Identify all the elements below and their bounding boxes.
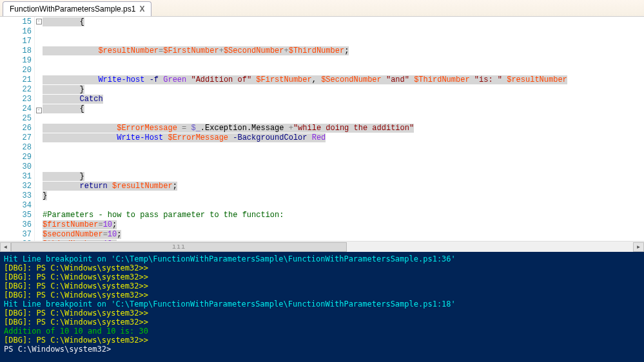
console-line: Addition of 10 10 and 10 is: 30 [4,327,640,336]
line-number: 27 [0,133,32,143]
line-number: 34 [0,201,32,211]
line-number: 23 [0,95,32,104]
console-line: [DBG]: PS C:\Windows\system32>> [4,272,640,281]
debug-console[interactable]: Hit Line breakpoint on 'C:\Temp\Function… [0,252,644,362]
scroll-track[interactable]: ııı [11,242,633,252]
code-line[interactable] [43,143,644,153]
line-number: 16 [0,27,32,37]
code-line[interactable]: Catch [43,95,644,104]
line-number: 22 [0,85,32,95]
fold-toggle-icon[interactable]: - [36,108,42,113]
line-number: 19 [0,56,32,66]
line-number: 18 [0,46,32,56]
line-number: 33 [0,191,32,201]
line-number: 25 [0,114,32,124]
line-number: 26 [0,124,32,133]
scroll-right-icon[interactable]: ► [633,242,644,252]
console-line: [DBG]: PS C:\Windows\system32>> [4,318,640,327]
horizontal-scrollbar[interactable]: ◄ ııı ► [0,241,644,252]
fold-column: -- [35,17,43,241]
line-number: 30 [0,162,32,172]
console-line: [DBG]: PS C:\Windows\system32>> [4,281,640,291]
line-number: 31 [0,172,32,182]
code-line[interactable] [43,66,644,75]
line-number: 17 [0,37,32,46]
line-number: 32 [0,182,32,191]
code-line[interactable] [43,114,644,124]
line-number: 24 [0,104,32,114]
console-line: Hit Line breakpoint on 'C:\Temp\Function… [4,300,640,309]
scroll-left-icon[interactable]: ◄ [0,242,11,252]
line-number: 20 [0,66,32,75]
code-line[interactable]: #Parameters - how to pass parameter to t… [43,211,644,220]
code-line[interactable] [43,27,644,37]
code-line[interactable]: } [43,85,644,95]
code-line[interactable]: { [43,17,644,27]
console-line: [DBG]: PS C:\Windows\system32>> [4,309,640,318]
line-number: 21 [0,75,32,85]
line-number: 29 [0,153,32,162]
line-number: 37 [0,230,32,240]
code-line[interactable] [43,37,644,46]
console-line: Hit Line breakpoint on 'C:\Temp\Function… [4,254,640,263]
file-tab[interactable]: FunctionWithParametersSample.ps1 X [3,1,151,16]
code-line[interactable] [43,201,644,211]
code-line[interactable]: { [43,104,644,114]
code-line[interactable] [43,162,644,172]
code-line[interactable]: $ErrorMessage = $_.Exception.Message +"w… [43,124,644,133]
line-number: 35 [0,211,32,220]
console-line: [DBG]: PS C:\Windows\system32>> [4,291,640,300]
code-line[interactable]: $firstNumber=10; [43,220,644,230]
scroll-thumb[interactable]: ııı [11,242,347,252]
line-number: 38 [0,240,32,241]
code-line[interactable] [43,153,644,162]
code-line[interactable]: $secondNumber=10; [43,230,644,240]
code-editor[interactable]: 1516171819202122232425262728293031323334… [0,17,644,241]
code-line[interactable]: return $resultNumber; [43,182,644,191]
code-line[interactable]: $resultNumber=$FirstNumber+$SecondNumber… [43,46,644,56]
fold-toggle-icon[interactable]: - [36,19,42,24]
close-icon[interactable]: X [139,5,144,14]
code-line[interactable]: } [43,191,644,201]
code-line[interactable]: Write-host -f Green "Addition of" $First… [43,75,644,85]
console-line: [DBG]: PS C:\Windows\system32>> [4,336,640,345]
line-number: 36 [0,220,32,230]
code-line[interactable]: } [43,172,644,182]
code-line[interactable]: $thirdNumber=10; [43,240,644,241]
line-number: 15 [0,17,32,27]
console-prompt[interactable]: PS C:\Windows\system32> [4,345,640,354]
line-number: 28 [0,143,32,153]
line-number-gutter: 1516171819202122232425262728293031323334… [0,17,35,241]
tab-bar: FunctionWithParametersSample.ps1 X [0,0,644,17]
code-line[interactable] [43,56,644,66]
code-area[interactable]: { $resultNumber=$FirstNumber+$SecondNumb… [43,17,644,241]
code-line[interactable]: Write-Host $ErrorMessage -BackgroundColo… [43,133,644,143]
tab-title: FunctionWithParametersSample.ps1 [10,5,135,14]
console-line: [DBG]: PS C:\Windows\system32>> [4,263,640,272]
